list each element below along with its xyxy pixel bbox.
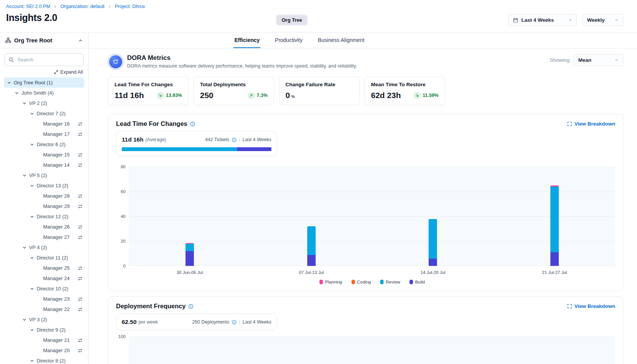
trend-up-icon (248, 92, 255, 99)
org-tree-button[interactable]: Org Tree (276, 14, 308, 26)
filter-sliders-icon[interactable] (77, 348, 83, 353)
legend-item-coding[interactable]: Coding (352, 280, 371, 284)
chevron-up-icon[interactable] (78, 38, 83, 43)
tree-item[interactable]: Manager 22 (4, 304, 84, 314)
filter-sliders-icon[interactable] (77, 296, 83, 302)
breadcrumb-project-link[interactable]: Project: Dhruv (115, 4, 145, 9)
chevron-down-icon[interactable] (30, 142, 34, 147)
tree-item[interactable]: Director 7 (2) (4, 108, 84, 119)
tree-item[interactable]: Manager 15 (4, 150, 84, 160)
chevron-down-icon[interactable] (22, 173, 27, 178)
filter-sliders-icon[interactable] (77, 266, 83, 271)
chart-legend: PlanningCodingReviewBuild (129, 280, 615, 284)
sidebar-title: Org Tree Root (14, 37, 52, 43)
tree-item[interactable]: Director 9 (2) (4, 325, 84, 335)
filter-sliders-icon[interactable] (77, 307, 83, 312)
tab-efficiency[interactable]: Efficiency (234, 32, 260, 48)
breadcrumb-account-link[interactable]: Account: SEI 2.0 PM (6, 4, 50, 9)
filter-sliders-icon[interactable] (77, 224, 83, 230)
filter-sliders-icon[interactable] (77, 193, 83, 199)
legend-item-planning[interactable]: Planning (319, 280, 342, 284)
date-range-select[interactable]: Last 4 Weeks (508, 14, 577, 26)
y-tick-label: 100 (118, 334, 126, 339)
legend-item-build[interactable]: Build (410, 280, 425, 284)
bar-segment-build (307, 255, 316, 266)
tree-item[interactable]: Manager 21 (4, 335, 84, 345)
tree-item[interactable]: Director 12 (2) (4, 211, 84, 222)
filter-sliders-icon[interactable] (77, 121, 83, 127)
showing-select[interactable]: Mean (574, 54, 623, 66)
tree-item[interactable]: VP 3 (2) (4, 314, 84, 325)
lead-time-view-breakdown-link[interactable]: View Breakdown (567, 121, 615, 127)
tree-item[interactable]: Manager 23 (4, 294, 84, 304)
tree-item[interactable]: Director 11 (2) (4, 253, 84, 263)
filter-sliders-icon[interactable] (77, 132, 83, 137)
filter-sliders-icon[interactable] (77, 152, 83, 158)
search-icon (8, 57, 14, 64)
tree-item[interactable]: Director 13 (2) (4, 180, 84, 191)
tree-item[interactable]: Director 10 (2) (4, 283, 84, 294)
chevron-down-icon[interactable] (30, 214, 34, 219)
chevron-down-icon[interactable] (30, 328, 34, 332)
tree-item[interactable]: Director 6 (2) (4, 139, 84, 150)
info-icon[interactable] (190, 121, 195, 127)
chevron-down-icon[interactable] (22, 245, 27, 250)
metric-card-title: Mean Time To Restore (371, 82, 439, 87)
tree-item-label: Manager 23 (43, 296, 69, 302)
info-icon[interactable] (232, 320, 237, 325)
chevron-down-icon[interactable] (22, 101, 27, 106)
y-tick-label: 40 (121, 214, 126, 219)
tree-item[interactable]: Manager 16 (4, 119, 84, 129)
y-tick-label: 80 (121, 164, 126, 169)
chevron-down-icon[interactable] (30, 184, 34, 188)
legend-item-review[interactable]: Review (380, 280, 400, 284)
deployment-view-breakdown-link[interactable]: View Breakdown (567, 303, 615, 309)
tree-item[interactable]: Manager 27 (4, 232, 84, 242)
deployment-panel-header: Deployment Frequency View Breakdown (116, 303, 615, 310)
tree-item[interactable]: John Smith (4) (4, 88, 84, 98)
chevron-down-icon[interactable] (7, 81, 11, 85)
tree-item[interactable]: Manager 14 (4, 160, 84, 170)
search-input[interactable] (5, 53, 84, 66)
breadcrumb-organization-link[interactable]: Organization: default (60, 4, 104, 9)
filter-sliders-icon[interactable] (77, 163, 83, 168)
tree-item[interactable]: VP 2 (2) (4, 98, 84, 108)
chevron-down-icon[interactable] (30, 287, 34, 291)
tree-item-label: Director 9 (2) (37, 327, 66, 333)
tree-item-label: Manager 22 (43, 306, 69, 312)
dora-metric-cards: Lead Time For Changes11d 16h13.93%Total … (108, 76, 623, 105)
chevron-down-icon[interactable] (15, 91, 19, 95)
chevron-down-icon[interactable] (30, 111, 34, 116)
info-icon[interactable] (232, 137, 237, 142)
chevron-down-icon[interactable] (22, 317, 27, 322)
expand-all-button[interactable]: Expand All (0, 69, 88, 75)
trend-down-icon (157, 92, 164, 99)
dora-header: DORA Metrics DORA metrics measure softwa… (108, 54, 623, 69)
tree-item[interactable]: Manager 17 (4, 129, 84, 139)
filter-sliders-icon[interactable] (77, 235, 83, 240)
tree-item[interactable]: Director 8 (2) (4, 356, 84, 364)
chevron-down-icon[interactable] (30, 359, 34, 363)
tree-item[interactable]: Org Tree Root (1) (4, 77, 84, 88)
tab-productivity[interactable]: Productivity (274, 32, 303, 48)
granularity-select[interactable]: Weekly (582, 14, 623, 26)
tree-item[interactable]: Manager 26 (4, 222, 84, 232)
tree-item[interactable]: VP 4 (2) (4, 242, 84, 253)
filter-sliders-icon[interactable] (77, 338, 83, 343)
tree-item[interactable]: Manager 20 (4, 345, 84, 356)
tab-business-alignment[interactable]: Business Alignment (317, 32, 365, 48)
tree-item[interactable]: Manager 25 (4, 263, 84, 273)
legend-swatch (319, 280, 323, 284)
x-axis-label: 30 Jun-06 Jul (129, 270, 251, 275)
tree-item[interactable]: Manager 28 (4, 191, 84, 201)
deployment-title-text: Deployment Frequency (116, 303, 185, 310)
tree-item[interactable]: Manager 24 (4, 273, 84, 283)
filter-sliders-icon[interactable] (77, 276, 83, 281)
tree-item[interactable]: VP 5 (2) (4, 170, 84, 180)
info-icon[interactable] (188, 304, 194, 309)
tree-item-label: VP 2 (2) (29, 100, 47, 106)
filter-sliders-icon[interactable] (77, 204, 83, 209)
chevron-down-icon[interactable] (30, 256, 34, 260)
y-axis: 020406080 (116, 167, 129, 266)
tree-item[interactable]: Manager 29 (4, 201, 84, 211)
